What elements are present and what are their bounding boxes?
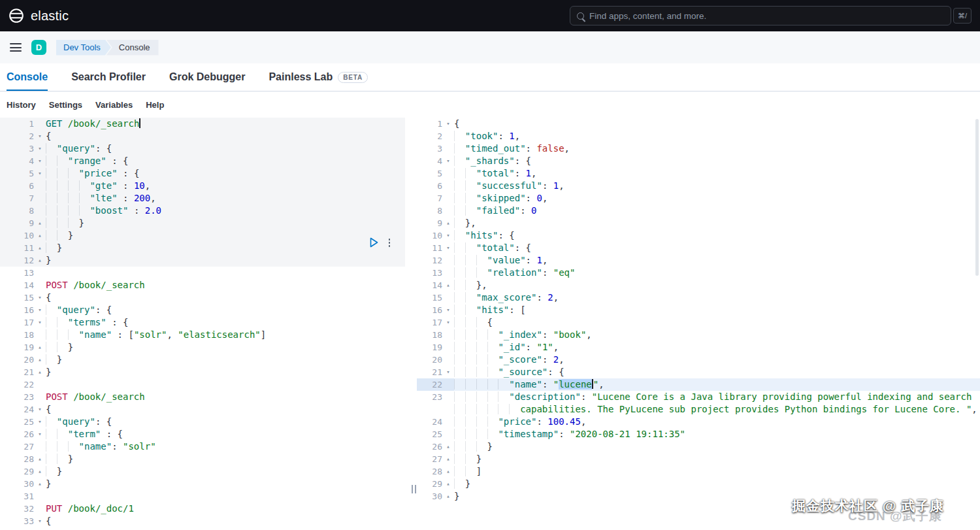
fold-toggle-icon[interactable]: ▴	[34, 229, 46, 242]
code-line[interactable]: 1▾{	[417, 118, 980, 130]
fold-toggle-icon[interactable]: ▾	[34, 403, 46, 416]
request-options-icon[interactable]	[385, 238, 394, 248]
fold-toggle-icon[interactable]: ▴	[34, 453, 46, 465]
code-line[interactable]: 29▴ }	[417, 478, 980, 490]
code-line[interactable]: 7 "lte" : 200,	[0, 192, 405, 205]
tab-console[interactable]: Console	[7, 63, 48, 91]
fold-toggle-icon[interactable]: ▾	[34, 142, 46, 155]
code-line[interactable]: 3▾ "query": {	[0, 142, 405, 155]
code-line[interactable]: 32PUT /book/_doc/1	[0, 503, 405, 515]
fold-toggle-icon[interactable]: ▾	[442, 118, 454, 130]
code-line[interactable]: 6 "successful": 1,	[417, 180, 980, 192]
code-line[interactable]: 12▴}	[0, 254, 405, 267]
code-line[interactable]: 7 "skipped": 0,	[417, 192, 980, 205]
code-line[interactable]: 2▾{	[0, 130, 405, 142]
fold-toggle-icon[interactable]: ▾	[34, 304, 46, 316]
global-search-input[interactable]: Find apps, content, and more.	[570, 6, 951, 25]
code-line[interactable]: 13 "relation": "eq"	[417, 267, 980, 279]
code-line[interactable]: 20 "_score": 2,	[417, 354, 980, 366]
tab-search-profiler[interactable]: Search Profiler	[71, 63, 146, 91]
fold-toggle-icon[interactable]: ▴	[442, 440, 454, 453]
code-line[interactable]: 22 "name": "lucene",	[417, 378, 980, 391]
code-line[interactable]: 24▾{	[0, 403, 405, 416]
code-line[interactable]: 18 "name" : ["solr", "elasticsearch"]	[0, 329, 405, 341]
nav-menu-icon[interactable]	[10, 43, 22, 52]
fold-toggle-icon[interactable]: ▾	[34, 130, 46, 142]
fold-toggle-icon[interactable]: ▾	[442, 304, 454, 316]
code-line[interactable]: 15 "max_score": 2,	[417, 291, 980, 304]
code-line[interactable]: 13	[0, 267, 405, 279]
code-line[interactable]: 8 "failed": 0	[417, 205, 980, 217]
fold-toggle-icon[interactable]: ▾	[442, 155, 454, 167]
fold-toggle-icon[interactable]: ▴	[34, 465, 46, 478]
code-line[interactable]: 18 "_index": "book",	[417, 329, 980, 341]
fold-toggle-icon[interactable]: ▴	[34, 366, 46, 378]
fold-toggle-icon[interactable]: ▴	[34, 217, 46, 229]
code-line[interactable]: 11▴ }	[0, 242, 405, 254]
code-line[interactable]: 33▾{	[0, 515, 405, 527]
fold-toggle-icon[interactable]: ▴	[442, 490, 454, 503]
code-line[interactable]: 16▾ "hits": [	[417, 304, 980, 316]
scrollbar-thumb[interactable]	[975, 119, 979, 276]
code-line[interactable]: 14▴ },	[417, 279, 980, 291]
response-scrollbar[interactable]	[975, 119, 979, 529]
code-line[interactable]: 27 "name": "solr"	[0, 440, 405, 453]
code-line[interactable]: 4▾ "range" : {	[0, 155, 405, 167]
code-line[interactable]: 10▴ }	[0, 229, 405, 242]
fold-toggle-icon[interactable]: ▾	[442, 316, 454, 329]
fold-toggle-icon[interactable]: ▾	[34, 515, 46, 527]
request-editor[interactable]: 1GET /book/_search2▾{3▾ "query": {4▾ "ra…	[0, 118, 410, 530]
fold-toggle-icon[interactable]: ▾	[34, 155, 46, 167]
response-viewer[interactable]: 1▾{2 "took": 1,3 "timed_out": false,4▾ "…	[417, 118, 980, 530]
menu-history[interactable]: History	[7, 100, 36, 110]
fold-toggle-icon[interactable]: ▴	[442, 478, 454, 490]
code-line[interactable]: 9▴ }	[0, 217, 405, 229]
code-line[interactable]: 4▾ "_shards": {	[417, 155, 980, 167]
code-line[interactable]: 23 "description": "Lucene Core is a Java…	[417, 391, 980, 403]
code-line[interactable]: 25▾ "query": {	[0, 416, 405, 428]
fold-toggle-icon[interactable]: ▾	[442, 366, 454, 378]
code-line[interactable]: 31	[0, 490, 405, 503]
elastic-logo-icon[interactable]	[8, 7, 25, 24]
send-request-button[interactable]	[370, 237, 379, 248]
menu-help[interactable]: Help	[146, 100, 164, 110]
fold-toggle-icon[interactable]: ▴	[34, 242, 46, 254]
code-line[interactable]: 8 "boost" : 2.0	[0, 205, 405, 217]
fold-toggle-icon[interactable]: ▴	[442, 465, 454, 478]
fold-toggle-icon[interactable]: ▾	[34, 416, 46, 428]
fold-toggle-icon[interactable]: ▾	[34, 428, 46, 440]
code-line[interactable]: 5 "total": 1,	[417, 167, 980, 180]
code-line[interactable]: 17▾ {	[417, 316, 980, 329]
code-line[interactable]: 28▴ ]	[417, 465, 980, 478]
code-line[interactable]: 19▴ }	[0, 341, 405, 354]
fold-toggle-icon[interactable]: ▴	[34, 254, 46, 267]
code-line[interactable]: 21▾ "_source": {	[417, 366, 980, 378]
pane-splitter[interactable]	[410, 118, 417, 530]
code-line[interactable]: 25 "timestamp": "2020-08-21 19:11:35"	[417, 428, 980, 440]
fold-toggle-icon[interactable]: ▴	[442, 279, 454, 291]
fold-toggle-icon[interactable]: ▴	[442, 453, 454, 465]
code-line[interactable]: 26▾ "term" : {	[0, 428, 405, 440]
menu-variables[interactable]: Variables	[95, 100, 133, 110]
code-line[interactable]: 3 "timed_out": false,	[417, 142, 980, 155]
code-line[interactable]: 23POST /book/_search	[0, 391, 405, 403]
code-line[interactable]: 10▾ "hits": {	[417, 229, 980, 242]
code-line[interactable]: 27▴ }	[417, 453, 980, 465]
code-line[interactable]: 16▾ "query": {	[0, 304, 405, 316]
code-line[interactable]: 12 "value": 1,	[417, 254, 980, 267]
code-line[interactable]: 5▾ "price" : {	[0, 167, 405, 180]
code-line[interactable]: 6 "gte" : 10,	[0, 180, 405, 192]
menu-settings[interactable]: Settings	[49, 100, 82, 110]
code-line[interactable]: 2 "took": 1,	[417, 130, 980, 142]
fold-toggle-icon[interactable]: ▾	[442, 242, 454, 254]
fold-toggle-icon[interactable]: ▾	[34, 291, 46, 304]
fold-toggle-icon[interactable]: ▴	[34, 341, 46, 354]
tab-grok-debugger[interactable]: Grok Debugger	[169, 63, 245, 91]
code-line[interactable]: 21▴}	[0, 366, 405, 378]
code-line[interactable]: 15▾{	[0, 291, 405, 304]
fold-toggle-icon[interactable]: ▾	[442, 229, 454, 242]
code-line[interactable]: 20▴ }	[0, 354, 405, 366]
fold-toggle-icon[interactable]: ▾	[34, 316, 46, 329]
code-line[interactable]: 22	[0, 378, 405, 391]
code-line[interactable]: 30▴}	[0, 478, 405, 490]
